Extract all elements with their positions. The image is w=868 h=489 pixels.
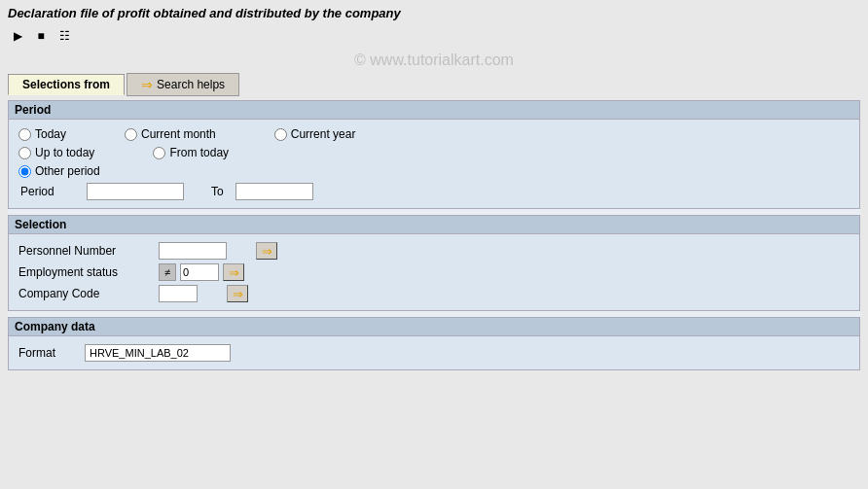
toolbar: ▶ ■ ☷ — [0, 24, 868, 50]
period-fields: Period To — [18, 183, 850, 200]
main-content: Period Today Current month Current year — [8, 100, 860, 370]
personnel-number-input[interactable] — [159, 242, 227, 260]
info-icon[interactable]: ■ — [31, 26, 51, 46]
tab-arrow-icon: ⇒ — [141, 77, 153, 92]
employment-status-label: Employment status — [18, 265, 155, 279]
radio-current-year-label: Current year — [291, 127, 356, 141]
watermark: © www.tutorialkart.com — [0, 50, 868, 73]
selection-body: Personnel Number ⇒ Employment status ≠ ⇒… — [9, 234, 859, 310]
period-section: Period Today Current month Current year — [8, 100, 860, 209]
tab-selections-label: Selections from — [22, 78, 110, 91]
selection-grid: Personnel Number ⇒ Employment status ≠ ⇒… — [18, 242, 850, 302]
radio-other-period-label: Other period — [35, 164, 100, 178]
personnel-number-label: Personnel Number — [18, 244, 155, 258]
employment-status-arrow-btn[interactable]: ⇒ — [223, 263, 244, 281]
radio-up-to-today[interactable]: Up to today — [18, 146, 94, 159]
period-field-label: Period — [20, 185, 79, 198]
format-label: Format — [18, 346, 77, 360]
radio-up-to-today-label: Up to today — [35, 146, 94, 159]
radio-today[interactable]: Today — [18, 127, 66, 141]
period-row-1: Today Current month Current year — [18, 127, 850, 141]
period-from-input[interactable] — [87, 183, 184, 200]
period-to-input[interactable] — [235, 183, 313, 200]
period-row-2: Up to today From today — [18, 146, 850, 159]
format-input[interactable] — [85, 344, 231, 362]
period-body: Today Current month Current year Up to t… — [9, 120, 859, 208]
radio-from-today[interactable]: From today — [153, 146, 229, 159]
radio-up-to-today-input[interactable] — [18, 147, 31, 159]
format-row: Format — [18, 344, 850, 362]
radio-other-period[interactable]: Other period — [18, 164, 100, 178]
personnel-number-arrow-btn[interactable]: ⇒ — [256, 242, 277, 260]
radio-current-month-input[interactable] — [125, 128, 137, 141]
period-row-3: Other period — [18, 164, 850, 178]
tab-searchhelps-label: Search helps — [157, 78, 225, 91]
radio-other-period-input[interactable] — [18, 165, 31, 178]
radio-current-month-label: Current month — [141, 127, 216, 141]
selection-header: Selection — [9, 216, 859, 234]
tab-searchhelps[interactable]: ⇒ Search helps — [127, 73, 239, 96]
radio-today-label: Today — [35, 127, 66, 141]
radio-current-year[interactable]: Current year — [274, 127, 356, 141]
page-title: Declaration file of profit obtained and … — [0, 0, 868, 24]
company-code-label: Company Code — [18, 287, 155, 300]
tabs-bar: Selections from ⇒ Search helps — [0, 73, 868, 96]
radio-from-today-input[interactable] — [153, 147, 165, 159]
layout-icon[interactable]: ☷ — [54, 26, 74, 46]
radio-current-year-input[interactable] — [274, 128, 287, 141]
company-data-header: Company data — [9, 318, 859, 336]
company-code-arrow-btn[interactable]: ⇒ — [227, 285, 248, 302]
period-to-label: To — [211, 185, 224, 198]
period-header: Period — [9, 101, 859, 120]
company-data-body: Format — [9, 336, 859, 369]
personnel-number-row: Personnel Number ⇒ — [18, 242, 850, 260]
radio-today-input[interactable] — [18, 128, 31, 141]
neq-icon[interactable]: ≠ — [159, 263, 176, 281]
back-icon[interactable]: ▶ — [8, 26, 27, 46]
company-data-section: Company data Format — [8, 317, 860, 370]
company-code-input[interactable] — [159, 285, 198, 302]
radio-current-month[interactable]: Current month — [125, 127, 216, 141]
company-code-row: Company Code ⇒ — [18, 285, 850, 302]
radio-from-today-label: From today — [169, 146, 229, 159]
tab-selections[interactable]: Selections from — [8, 74, 125, 95]
employment-status-row: Employment status ≠ ⇒ — [18, 263, 850, 281]
employment-status-input[interactable] — [180, 263, 219, 281]
selection-section: Selection Personnel Number ⇒ Employment … — [8, 215, 860, 311]
